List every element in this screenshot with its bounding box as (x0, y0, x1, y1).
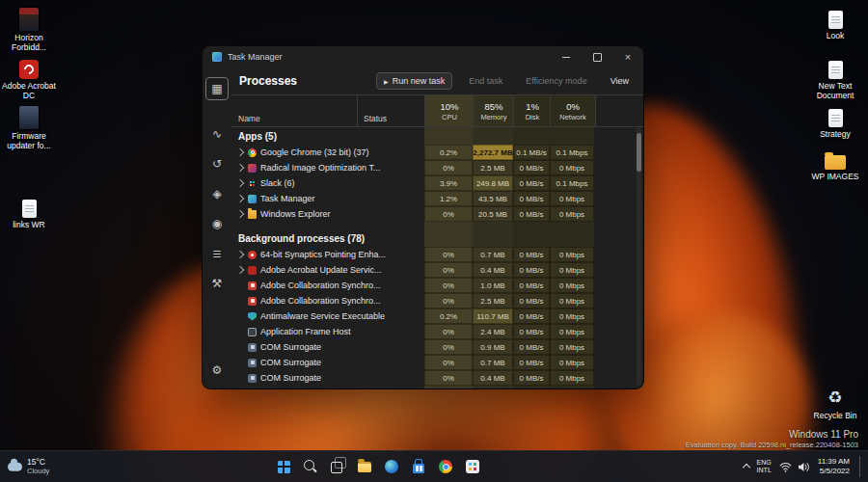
process-row[interactable]: Radical Image Optimization T... 0% 2.5 M… (231, 160, 643, 175)
details-icon (213, 247, 222, 260)
appframe-icon (248, 328, 257, 336)
desktop-icon[interactable]: Look (808, 4, 862, 40)
column-header-cpu[interactable]: 10% CPU (424, 95, 474, 126)
taskbar-search-button[interactable] (300, 456, 321, 477)
memory-cell: 0.4 MB (473, 262, 513, 278)
process-name-cell: Application Frame Host (231, 324, 424, 339)
desktop-icon[interactable]: WP IMAGES (808, 145, 862, 181)
app-thumb-icon (19, 106, 39, 129)
minimize-button[interactable] (551, 46, 582, 67)
sidebar-item-startup-apps[interactable] (206, 183, 228, 204)
process-row[interactable]: Windows Explorer 0% 20.5 MB 0 MB/s 0 Mbp… (231, 206, 643, 222)
process-name: 64-bit Synaptics Pointing Enha... (260, 250, 386, 259)
taskbar-store-button[interactable] (408, 456, 429, 477)
network-cell: 0 Mbps (550, 293, 594, 308)
maximize-icon (593, 53, 602, 62)
show-desktop-button[interactable] (859, 456, 863, 477)
volume-icon[interactable] (798, 462, 810, 472)
desktop-icon[interactable]: Strategy (808, 102, 862, 139)
wifi-icon[interactable] (779, 462, 792, 472)
process-group-header[interactable]: Background processes (78) (231, 229, 643, 247)
cloud-icon (8, 462, 22, 470)
column-header-disk[interactable]: 1% Disk (513, 95, 551, 126)
disk-cell: 0.1 MB/s (513, 145, 550, 160)
com-icon (248, 343, 257, 352)
process-row[interactable]: Adobe Collaboration Synchro... 0% 2.5 MB… (231, 293, 643, 308)
chrome-icon (248, 148, 257, 157)
network-cell: 0 Mbps (550, 278, 594, 293)
column-header-status[interactable]: Status (357, 95, 425, 126)
memory-cell: 0.7 MB (473, 355, 513, 370)
app-history-icon (212, 157, 222, 171)
taskbar-weather-widget[interactable]: 15°C Cloudy (8, 458, 49, 475)
process-list: Apps (5) Google Chrome (32 bit) (37) 0.2… (231, 127, 643, 388)
taskbar-edge-button[interactable] (381, 456, 402, 477)
start-icon (278, 461, 290, 473)
process-row[interactable]: Adobe Acrobat Update Servic... 0% 0.4 MB… (231, 262, 643, 278)
desktop-icon-label: links WR (13, 220, 45, 229)
titlebar[interactable]: Task Manager × (203, 46, 643, 67)
process-row[interactable]: COM Surrogate 0% 0.9 MB 0 MB/s 0 Mbps (231, 339, 643, 355)
process-row[interactable]: Google Chrome (32 bit) (37) 0.2% 2,272.7… (231, 145, 643, 160)
close-button[interactable]: × (612, 46, 643, 67)
process-row[interactable]: Adobe Collaboration Synchro... 0% 1.0 MB… (231, 278, 643, 293)
efficiency-mode-button[interactable]: Efficiency mode (519, 73, 593, 89)
taskbar-start-button[interactable] (273, 456, 294, 477)
process-name-cell: Radical Image Optimization T... (231, 160, 424, 175)
process-row[interactable]: 64-bit Synaptics Pointing Enha... 0% 0.7… (231, 247, 643, 262)
maximize-button[interactable] (582, 46, 612, 67)
sidebar-item-app-history[interactable] (206, 153, 228, 174)
process-row[interactable]: COM Surrogate 0% 0.7 MB 0 MB/s 0 Mbps (231, 355, 643, 370)
sidebar-item-services[interactable] (206, 273, 228, 294)
adobe-collab-icon (248, 281, 257, 290)
taskbar-slack-button[interactable] (462, 456, 483, 477)
sidebar-item-details[interactable] (206, 243, 228, 264)
column-header-network[interactable]: 0% Network (550, 95, 596, 126)
taskbar-chrome-button[interactable] (435, 456, 456, 477)
desktop-icon[interactable]: Firmware updater fo... (2, 104, 56, 150)
sidebar-item-performance[interactable] (206, 123, 228, 145)
run-new-task-button[interactable]: Run new task (376, 72, 452, 90)
memory-cell: 0.9 MB (473, 339, 513, 355)
taskbar-task-view-button[interactable] (327, 456, 348, 477)
desktop-icon[interactable]: New Text Document (808, 54, 862, 100)
process-row[interactable]: Antimalware Service Executable 0.2% 110.… (231, 308, 643, 324)
doc-icon (22, 200, 37, 218)
desktop-icon[interactable]: Recycle Bin (808, 384, 862, 420)
sidebar-item-settings[interactable] (206, 360, 228, 381)
view-button[interactable]: View (604, 73, 636, 89)
antimalware-icon (248, 312, 257, 321)
chrome-icon (439, 460, 452, 473)
disk-cell: 0 MB/s (513, 175, 550, 191)
adobe-collab-icon (248, 297, 257, 306)
column-header-memory[interactable]: 85% Memory (473, 95, 514, 126)
desktop-icon[interactable]: Horizon Forbidd... (2, 6, 56, 52)
column-header-name[interactable]: Name (238, 114, 260, 123)
run-new-task-label: Run new task (393, 76, 446, 86)
explorer-icon (248, 210, 257, 219)
process-row[interactable]: COM Surrogate 0% 0.4 MB 0 MB/s 0 Mbps (231, 370, 643, 386)
desktop-icon[interactable]: Adobe Acrobat DC (2, 54, 56, 100)
process-name-cell: Antimalware Service Executable (231, 308, 424, 324)
memory-cell: 0.4 MB (473, 370, 513, 386)
taskbar-file-explorer-button[interactable] (354, 456, 375, 477)
language-indicator[interactable]: ENG INTL (757, 459, 772, 473)
disk-cell: 0 MB/s (513, 160, 550, 175)
desktop-icon[interactable]: links WR (2, 193, 56, 229)
sidebar-item-users[interactable] (206, 213, 228, 234)
process-row[interactable]: Application Frame Host 0% 2.4 MB 0 MB/s … (231, 324, 643, 339)
cpu-cell: 0% (424, 206, 473, 222)
process-group-header[interactable]: Apps (5) (231, 127, 643, 145)
memory-cell: 2.4 MB (473, 324, 513, 339)
chevron-up-icon[interactable] (744, 463, 749, 470)
cpu-cell: 1.2% (424, 191, 473, 206)
process-row[interactable]: Task Manager 1.2% 43.5 MB 0 MB/s 0 Mbps (231, 191, 643, 206)
users-icon (212, 217, 222, 230)
doc-icon (828, 11, 843, 29)
file-explorer-icon (358, 462, 371, 472)
process-row[interactable]: Slack (6) 3.9% 249.8 MB 0 MB/s 0.1 Mbps (231, 175, 643, 191)
end-task-button[interactable]: End task (462, 73, 509, 89)
sidebar-item-processes[interactable] (205, 77, 229, 100)
process-name-cell: 64-bit Synaptics Pointing Enha... (231, 247, 424, 262)
taskbar-clock[interactable]: 11:39 AM 5/5/2022 (818, 457, 850, 475)
